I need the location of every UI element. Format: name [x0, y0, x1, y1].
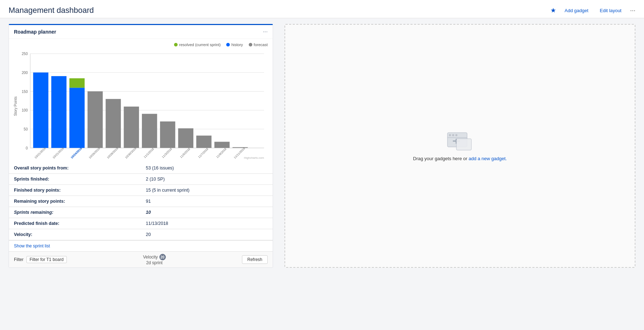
- chart-svg: Story Points 250 200 150 100 50 0: [14, 49, 268, 160]
- sprint-label: 2d sprint: [146, 260, 163, 265]
- velocity-badge: 20: [159, 254, 166, 260]
- bar-0: [33, 73, 49, 148]
- stat-label-0: Overall story points from:: [9, 163, 141, 174]
- svg-point-29: [452, 134, 454, 136]
- roadmap-planner-gadget: Roadmap planner ··· resolved (current sp…: [9, 24, 273, 268]
- show-sprint-link[interactable]: Show the sprint list: [14, 243, 50, 248]
- star-icon[interactable]: ★: [550, 6, 556, 14]
- page-title: Management dashboard: [9, 6, 94, 15]
- resolved-dot: [174, 43, 178, 46]
- history-dot: [226, 43, 230, 46]
- bar-8: [178, 128, 193, 148]
- filter-area: Filter Filter for T1 board: [14, 256, 67, 263]
- stat-row-2: Finished story points: 15 (5 in current …: [9, 185, 273, 196]
- stat-label-2: Finished story points:: [9, 185, 141, 196]
- gadget-menu-button[interactable]: ···: [263, 29, 268, 35]
- gadget-title: Roadmap planner: [14, 29, 56, 35]
- svg-text:11/9/2018: 11/9/2018: [216, 147, 227, 159]
- bar-6: [142, 114, 157, 148]
- stat-label-3: Remaining story points:: [9, 196, 141, 207]
- chart-legend: resolved (current sprint) history foreca…: [14, 43, 268, 47]
- bar-4: [106, 99, 121, 148]
- legend-resolved-label: resolved (current sprint): [179, 43, 221, 47]
- stat-value-4: 10: [141, 207, 273, 218]
- stat-label-4: Sprints remaining:: [9, 207, 141, 218]
- more-options-icon[interactable]: ···: [630, 7, 635, 14]
- drop-zone[interactable]: Drag your gadgets here or add a new gadg…: [284, 24, 635, 268]
- bar-5: [124, 107, 139, 148]
- velocity-area: Velocity 20 2d sprint: [143, 254, 165, 265]
- refresh-button[interactable]: Refresh: [242, 255, 268, 264]
- legend-forecast: forecast: [249, 43, 268, 47]
- filter-chip[interactable]: Filter for T1 board: [26, 256, 67, 263]
- edit-layout-button[interactable]: Edit layout: [597, 6, 624, 15]
- bar-2-blue: [69, 88, 85, 148]
- bar-7: [160, 122, 175, 148]
- stat-row-5: Predicted finish date: 11/13/2018: [9, 218, 273, 229]
- stat-value-2: 15 (5 in current sprint): [141, 185, 273, 196]
- stat-value-3: 91: [141, 196, 273, 207]
- svg-text:10/24/2018: 10/24/2018: [70, 147, 83, 159]
- stats-table: Overall story points from: 53 (16 issues…: [9, 163, 273, 240]
- svg-text:11/5/2018: 11/5/2018: [179, 147, 191, 159]
- dashboard-body: Roadmap planner ··· resolved (current sp…: [0, 18, 644, 274]
- bar-3: [88, 91, 103, 148]
- stat-label-5: Predicted finish date:: [9, 218, 141, 229]
- svg-text:11/1/2018: 11/1/2018: [143, 147, 155, 159]
- add-gadget-link[interactable]: add a new gadget.: [469, 156, 507, 161]
- svg-text:10/26/2018: 10/26/2018: [88, 147, 101, 159]
- gadget-bottom-bar: Filter Filter for T1 board Velocity 20 2…: [9, 251, 273, 267]
- stat-value-5: 11/13/2018: [141, 218, 273, 229]
- svg-text:Story Points: Story Points: [14, 97, 18, 116]
- bar-11: [233, 147, 248, 148]
- svg-text:200: 200: [22, 71, 28, 75]
- svg-text:50: 50: [24, 127, 28, 131]
- svg-text:11/7/2018: 11/7/2018: [198, 147, 209, 159]
- svg-rect-34: [456, 139, 471, 150]
- chart-credit: Highcharts.com: [244, 156, 264, 159]
- svg-text:0: 0: [26, 146, 28, 150]
- gadget-header: Roadmap planner ···: [9, 25, 273, 39]
- stat-row-0: Overall story points from: 53 (16 issues…: [9, 163, 273, 174]
- bar-1: [51, 76, 66, 148]
- stat-row-4: Sprints remaining: 10: [9, 207, 273, 218]
- legend-history-label: history: [231, 43, 243, 47]
- svg-text:10/21/2018: 10/21/2018: [34, 147, 46, 159]
- velocity-label: Velocity: [143, 255, 158, 260]
- stat-value-6: 20: [141, 229, 273, 240]
- bar-10: [214, 142, 230, 148]
- svg-text:10/21/2018: 10/21/2018: [52, 147, 64, 159]
- page-header: Management dashboard ★ Add gadget Edit l…: [0, 0, 644, 18]
- gadget-footer: Show the sprint list: [9, 240, 273, 251]
- svg-text:11/3/2018: 11/3/2018: [161, 147, 173, 159]
- stat-value-0: 53 (16 issues): [141, 163, 273, 174]
- forecast-dot: [249, 43, 252, 46]
- svg-point-30: [455, 134, 457, 136]
- legend-forecast-label: forecast: [254, 43, 268, 47]
- header-actions: ★ Add gadget Edit layout ···: [550, 6, 635, 15]
- chart-container: resolved (current sprint) history foreca…: [9, 39, 273, 161]
- svg-point-28: [449, 134, 451, 136]
- stat-value-1: 2 (10 SP): [141, 174, 273, 185]
- stat-label-6: Velocity:: [9, 229, 141, 240]
- svg-text:250: 250: [22, 52, 28, 56]
- chart-area: Story Points 250 200 150 100 50 0: [14, 49, 268, 160]
- bar-9: [196, 136, 212, 148]
- stat-row-3: Remaining story points: 91: [9, 196, 273, 207]
- svg-text:100: 100: [22, 108, 28, 112]
- drop-zone-illustration: [446, 131, 474, 152]
- drop-zone-content: Drag your gadgets here or add a new gadg…: [413, 131, 507, 161]
- filter-label: Filter: [14, 257, 24, 262]
- stat-row-6: Velocity: 20: [9, 229, 273, 240]
- svg-text:10/28/2018: 10/28/2018: [106, 147, 119, 159]
- svg-text:150: 150: [22, 90, 28, 94]
- stat-row-1: Sprints finished: 2 (10 SP): [9, 174, 273, 185]
- legend-resolved: resolved (current sprint): [174, 43, 221, 47]
- stat-label-1: Sprints finished:: [9, 174, 141, 185]
- add-gadget-button[interactable]: Add gadget: [562, 6, 591, 15]
- svg-text:10/30/2018: 10/30/2018: [124, 147, 137, 159]
- legend-history: history: [226, 43, 243, 47]
- drop-zone-text: Drag your gadgets here or add a new gadg…: [413, 156, 507, 161]
- velocity-row: Velocity 20: [143, 254, 165, 260]
- bar-2-green: [69, 78, 85, 88]
